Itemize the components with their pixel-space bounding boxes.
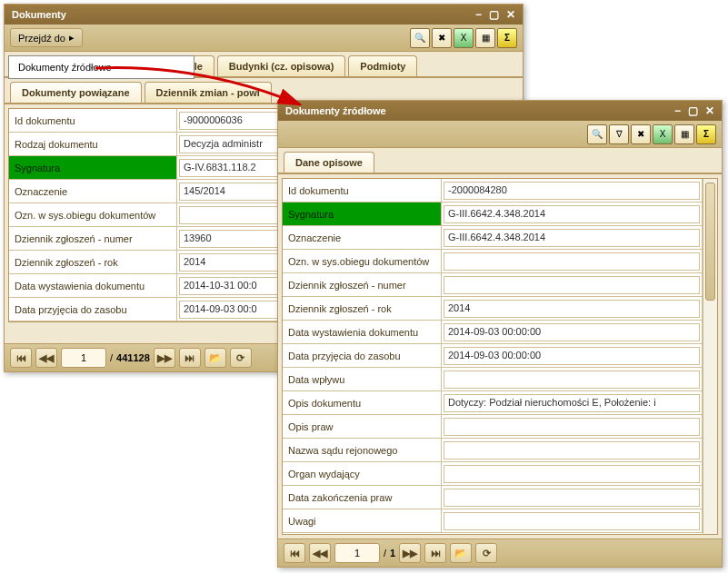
pager-last[interactable]: ⏭: [424, 543, 446, 563]
field-label: Rodzaj dokumentu: [9, 133, 177, 155]
pager-page-input[interactable]: [334, 543, 380, 563]
pager-next[interactable]: ▶▶: [399, 543, 421, 563]
refresh-icon[interactable]: ⟳: [475, 543, 497, 563]
field-label: Oznaczenie: [283, 226, 442, 249]
field-value[interactable]: G-III.6642.4.348.2014: [442, 226, 703, 249]
pager-first[interactable]: ⏮: [284, 543, 305, 563]
field-row: SygnaturaG-III.6642.4.348.2014: [283, 203, 703, 226]
pager-first[interactable]: ⏮: [10, 348, 32, 368]
folder-icon[interactable]: 📂: [204, 348, 226, 368]
menubar: 🔍 ∇ ✖ X ▦ Σ: [278, 121, 722, 148]
tabs-row: Dane opisowe: [278, 148, 722, 174]
field-label: Data zakończenia praw: [283, 486, 442, 509]
field-row: Dziennik zgłoszeń - rok2014: [283, 297, 703, 321]
field-label: Dziennik zgłoszeń - numer: [283, 273, 442, 296]
field-row: Ozn. w sys.obiegu dokumentów: [283, 250, 703, 273]
pager-prev[interactable]: ◀◀: [309, 543, 331, 563]
excel-export-icon[interactable]: X: [454, 28, 474, 48]
field-value[interactable]: 2014-09-03 00:00:00: [442, 344, 703, 367]
filter-icon[interactable]: ∇: [609, 124, 629, 144]
dokumenty-zrodlowe-window: Dokumenty źródłowe − ▢ ✕ 🔍 ∇ ✖ X ▦ Σ Dan…: [277, 100, 723, 568]
tab-dziennik-zmian[interactable]: Dziennik zmian - powi: [145, 82, 272, 103]
maximize-icon[interactable]: ▢: [688, 104, 698, 117]
folder-icon[interactable]: 📂: [450, 543, 472, 563]
field-label: Id dokumentu: [9, 109, 177, 132]
field-value[interactable]: 2014-09-03 00:00:00: [442, 321, 703, 343]
tab-dokumenty-powiazane[interactable]: Dokumenty powiązane: [10, 82, 142, 103]
sigma-icon[interactable]: Σ: [497, 28, 517, 48]
field-row: Data wystawienia dokumentu2014-09-03 00:…: [283, 321, 703, 344]
tab-dane-opisowe[interactable]: Dane opisowe: [284, 152, 374, 173]
close-icon[interactable]: ✕: [506, 8, 515, 21]
field-label: Opis dokumentu: [283, 391, 442, 414]
field-label: Sygnatura: [283, 203, 442, 225]
field-row: Uwagi: [283, 509, 703, 533]
close-icon[interactable]: ✕: [705, 104, 714, 117]
filter-clear-icon[interactable]: ✖: [631, 124, 651, 144]
field-value[interactable]: [442, 273, 703, 296]
titlebar: Dokumenty − ▢ ✕: [5, 5, 523, 25]
field-value[interactable]: [442, 486, 703, 509]
field-label: Dziennik zgłoszeń - rok: [283, 297, 442, 320]
toolbar: 🔍 ∇ ✖ X ▦ Σ: [587, 124, 716, 144]
field-value[interactable]: [442, 509, 703, 532]
field-row: Organ wydający: [283, 462, 703, 486]
field-value[interactable]: [442, 415, 703, 438]
chevron-right-icon: ▸: [69, 32, 75, 44]
maximize-icon[interactable]: ▢: [489, 8, 499, 21]
search-icon[interactable]: 🔍: [410, 28, 430, 48]
field-label: Ozn. w sys.obiegu dokumentów: [283, 250, 442, 272]
pager-prev[interactable]: ◀◀: [35, 348, 57, 368]
field-label: Nazwa sądu rejonowego: [283, 439, 442, 461]
sigma-icon[interactable]: Σ: [696, 124, 716, 144]
search-icon[interactable]: 🔍: [587, 124, 607, 144]
field-label: Oznaczenie: [9, 180, 177, 203]
field-label: Data przyjęcia do zasobu: [283, 344, 442, 367]
minimize-icon[interactable]: −: [674, 104, 681, 117]
refresh-icon[interactable]: ⟳: [230, 348, 252, 368]
field-value[interactable]: [442, 250, 703, 272]
field-label: Sygnatura: [9, 156, 177, 179]
excel-export-icon[interactable]: X: [653, 124, 673, 144]
tab-podmioty[interactable]: Podmioty: [348, 55, 417, 76]
pager-page-input[interactable]: [61, 348, 106, 368]
window-controls: − ▢ ✕: [674, 104, 714, 117]
field-row: Opis praw: [283, 415, 703, 439]
pager-next[interactable]: ▶▶: [154, 348, 175, 368]
field-value[interactable]: [442, 462, 703, 485]
content: Id dokumentu-2000084280SygnaturaG-III.66…: [278, 174, 722, 538]
pager-total: 1: [390, 548, 395, 558]
field-label: Dziennik zgłoszeń - numer: [9, 227, 177, 250]
window-title: Dokumenty: [12, 9, 66, 20]
columns-icon[interactable]: ▦: [674, 124, 694, 144]
field-label: Data wpływu: [283, 368, 442, 390]
field-label: Opis praw: [283, 415, 442, 438]
field-value[interactable]: 2014: [442, 297, 703, 320]
field-value[interactable]: [442, 439, 703, 461]
dropdown-dokumenty-zrodlowe[interactable]: Dokumenty źródłowe: [9, 56, 194, 78]
menubar: Przejdź do ▸ 🔍 ✖ X ▦ Σ: [5, 25, 523, 52]
field-label: Id dokumentu: [283, 179, 442, 202]
field-row: Data wpływu: [283, 368, 703, 391]
columns-icon[interactable]: ▦: [475, 28, 495, 48]
field-value[interactable]: [442, 368, 703, 390]
field-value[interactable]: -2000084280: [442, 179, 703, 202]
filter-clear-icon[interactable]: ✖: [432, 28, 452, 48]
field-value[interactable]: Dotyczy: Podział nieruchomości E, Położe…: [442, 391, 703, 414]
field-row: Opis dokumentuDotyczy: Podział nieruchom…: [283, 391, 703, 415]
window-title: Dokumenty źródłowe: [285, 105, 386, 116]
field-label: Dziennik zgłoszeń - rok: [9, 251, 177, 273]
field-label: Data przyjęcia do zasobu: [9, 298, 177, 321]
field-row: OznaczenieG-III.6642.4.348.2014: [283, 226, 703, 250]
minimize-icon[interactable]: −: [475, 8, 482, 21]
pager-last[interactable]: ⏭: [179, 348, 201, 368]
przejdz-do-button[interactable]: Przejdź do ▸: [10, 28, 83, 47]
tab-budynki[interactable]: Budynki (cz. opisowa): [217, 55, 346, 76]
scrollbar-thumb[interactable]: [705, 183, 715, 301]
field-label: Ozn. w sys.obiegu dokumentów: [9, 203, 177, 226]
titlebar: Dokumenty źródłowe − ▢ ✕: [278, 101, 722, 121]
scrollbar[interactable]: [703, 179, 717, 534]
field-label: Organ wydający: [283, 462, 442, 485]
field-value[interactable]: G-III.6642.4.348.2014: [442, 203, 703, 225]
field-row: Dziennik zgłoszeń - numer: [283, 273, 703, 297]
